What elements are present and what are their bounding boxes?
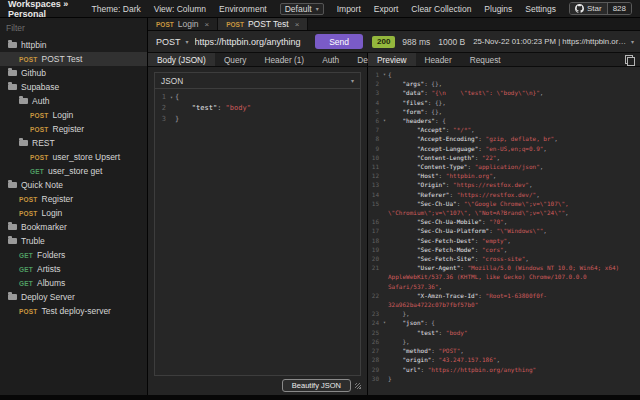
copy-response-icon[interactable]	[625, 55, 634, 65]
tree-item[interactable]: Deploy Server	[0, 290, 147, 304]
folder-icon	[19, 98, 28, 104]
tab-close-icon[interactable]: ×	[205, 20, 210, 29]
response-panel-tabs-wrap: Preview Header Request	[368, 53, 640, 66]
method-label: POST	[30, 126, 49, 133]
code-line: 14 "Referer": "https://restfox.dev/",	[368, 190, 640, 199]
line-number: 2	[368, 79, 381, 88]
code-line: 21 "User-Agent": "Mozilla/5.0 (Windows N…	[368, 263, 640, 291]
method-label: POST	[19, 196, 38, 203]
export-button[interactable]: Export	[374, 4, 399, 14]
plugins-button[interactable]: Plugins	[484, 4, 512, 14]
code-line: 3}	[155, 114, 360, 125]
settings-button[interactable]: Settings	[525, 4, 556, 14]
response-panel-tab[interactable]: Header	[416, 53, 461, 66]
environment-select[interactable]: Default ▾	[280, 3, 324, 15]
app-window: Workspaces » Personal Theme: Dark View: …	[0, 0, 640, 400]
fold-arrow-icon[interactable]: ▾	[381, 318, 388, 327]
tree-item-label: Test deploy-server	[42, 306, 111, 316]
import-button[interactable]: Import	[337, 4, 361, 14]
top-bar: Workspaces » Personal Theme: Dark View: …	[0, 0, 640, 18]
fold-arrow-icon[interactable]: ▾	[381, 116, 388, 125]
request-panel-tab[interactable]: Header (1)	[255, 53, 313, 66]
tree-item[interactable]: POST Login	[0, 108, 147, 122]
body-type-select[interactable]: JSON ▾	[155, 73, 360, 89]
theme-toggle[interactable]: Theme: Dark	[92, 4, 141, 14]
filter-input[interactable]	[6, 21, 141, 35]
tree-item[interactable]: POST Test deploy-server	[0, 304, 147, 318]
tree-item[interactable]: POST user_store Upsert	[0, 150, 147, 164]
star-count[interactable]: 828	[607, 3, 631, 14]
github-star-button[interactable]: Star	[570, 3, 607, 14]
tree-item-label: Deploy Server	[21, 292, 75, 302]
tree-item-label: REST	[32, 138, 55, 148]
line-number: 26	[368, 337, 381, 346]
tab-close-icon[interactable]: ×	[295, 20, 300, 29]
workspace-breadcrumb[interactable]: Workspaces » Personal	[8, 0, 92, 19]
chevron-down-icon: ▾	[351, 77, 354, 84]
tree-item[interactable]: REST	[0, 136, 147, 150]
resize-grip[interactable]	[355, 383, 361, 389]
request-tab[interactable]: POST POST Test ×	[218, 18, 308, 30]
tree-item-label: Truble	[21, 236, 45, 246]
tree-item[interactable]: POST Login	[0, 206, 147, 220]
response-history-select[interactable]: 25-Nov-22 01:00:23 PM | https://httpbin.…	[473, 37, 640, 46]
fold-arrow-icon[interactable]: ▾	[381, 70, 388, 79]
github-star-widget[interactable]: Star 828	[569, 2, 632, 15]
request-panel-tab[interactable]: Body (JSON)	[148, 53, 215, 66]
code-line: 12 "Host": "httpbin.org",	[368, 171, 640, 180]
request-panel-tab[interactable]: Query	[215, 53, 256, 66]
status-badge: 200	[372, 36, 395, 48]
response-panel-tab[interactable]: Request	[461, 53, 510, 66]
method-label: GET	[19, 252, 33, 259]
response-panel-tabs: Preview Header Request	[368, 53, 510, 66]
tree-item[interactable]: GET Folders	[0, 248, 147, 262]
folder-icon	[19, 140, 28, 146]
body-editor-box: JSON ▾ 1▾{2 "test": "body"3}	[154, 72, 361, 376]
line-number: 11	[368, 162, 381, 171]
clear-collection-button[interactable]: Clear Collection	[411, 4, 471, 14]
fold-arrow-icon[interactable]: ▾	[168, 92, 175, 103]
code-line: 11 "Content-Type": "application/json",	[368, 162, 640, 171]
tree-item[interactable]: Quick Note	[0, 178, 147, 192]
request-body-editor[interactable]: 1▾{2 "test": "body"3}	[155, 89, 360, 375]
line-number: 30	[368, 374, 381, 383]
tree-item[interactable]: Supabase	[0, 80, 147, 94]
tree-item[interactable]: POST POST Test	[0, 52, 147, 66]
tree-item[interactable]: GET user_store get	[0, 164, 147, 178]
tab-bar: POST Login × POST POST Test ×	[148, 18, 640, 31]
send-button[interactable]: Send	[315, 34, 363, 49]
panel-tabs-row: Body (JSON) Query Header (1) Auth	[148, 53, 640, 67]
environment-label: Environment	[219, 4, 267, 14]
request-tab[interactable]: POST Login ×	[148, 18, 218, 30]
code-line: 22 "X-Amzn-Trace-Id": "Root=1-63800f0f-3…	[368, 291, 640, 309]
tree-item[interactable]: POST Register	[0, 122, 147, 136]
tree-item[interactable]: Truble	[0, 234, 147, 248]
beautify-json-button[interactable]: Beautify JSON	[282, 379, 351, 392]
method-select[interactable]: POST ▾	[148, 31, 195, 52]
tree-item[interactable]: Github	[0, 66, 147, 80]
code-line: 28 "origin": "43.247.157.186",	[368, 355, 640, 364]
tree-item-label: Auth	[32, 96, 50, 106]
code-line: 15 "Sec-Ch-Ua": "\"Google Chrome\";v=\"1…	[368, 199, 640, 217]
tree-item-label: httpbin	[21, 40, 47, 50]
tab-title: POST Test	[248, 19, 289, 29]
request-panel-tab[interactable]: Auth	[313, 53, 348, 66]
line-number: 16	[368, 217, 381, 226]
tree-item[interactable]: GET Albums	[0, 276, 147, 290]
tree-item[interactable]: GET Artists	[0, 262, 147, 276]
view-toggle[interactable]: View: Column	[154, 4, 206, 14]
window-edge	[0, 395, 640, 400]
tree-item[interactable]: Auth	[0, 94, 147, 108]
code-line: 1▾{	[155, 92, 360, 103]
tree-item[interactable]: POST Register	[0, 192, 147, 206]
panel-tab-label: Query	[224, 55, 247, 65]
folder-icon	[8, 182, 17, 188]
url-input[interactable]	[195, 37, 316, 47]
line-number: 13	[368, 180, 381, 189]
method-label: GET	[19, 266, 33, 273]
tree-item[interactable]: httpbin	[0, 38, 147, 52]
tree-item[interactable]: Bookmarker	[0, 220, 147, 234]
response-panel-tab[interactable]: Preview	[368, 53, 416, 66]
panel-tab-label: Header (1)	[264, 55, 304, 65]
line-number: 3	[368, 88, 381, 97]
